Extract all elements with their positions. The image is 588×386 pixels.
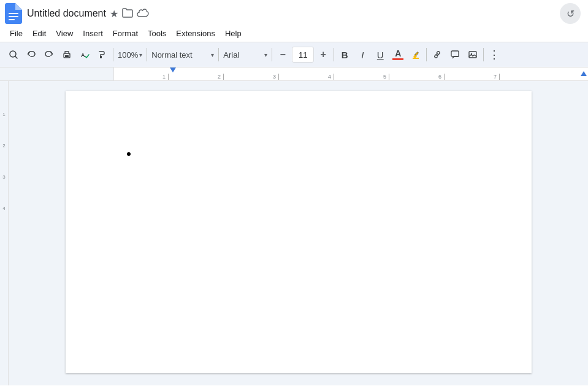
document-page[interactable] <box>66 91 532 373</box>
top-right-icons: ↺ <box>560 3 581 24</box>
font-size-decrease-button[interactable]: − <box>274 46 291 63</box>
svg-rect-9 <box>100 56 102 58</box>
svg-line-4 <box>15 56 18 59</box>
underline-button[interactable]: U <box>372 46 389 63</box>
left-ruler: 1 2 3 4 <box>0 81 9 385</box>
redo-button[interactable] <box>40 46 58 63</box>
bold-button[interactable]: B <box>336 46 353 63</box>
separator-1 <box>113 48 113 61</box>
ruler-marks: 1 2 3 4 5 6 7 <box>113 68 500 81</box>
v-ruler-mark-2: 2 <box>0 143 8 149</box>
toolbar: A 100% ▾ Normal text ▾ Arial ▾ − 11 + <box>0 42 588 68</box>
title-bar: Untitled document ★ ↺ <box>0 0 588 25</box>
separator-5 <box>334 48 334 61</box>
star-icon[interactable]: ★ <box>110 8 118 20</box>
menu-tools[interactable]: Tools <box>143 27 171 40</box>
gdocs-icon <box>5 3 22 24</box>
svg-point-7 <box>69 54 69 55</box>
italic-button[interactable]: I <box>354 46 371 63</box>
menu-extensions[interactable]: Extensions <box>171 27 220 40</box>
svg-rect-2 <box>9 19 15 20</box>
zoom-label: 100% <box>118 50 138 60</box>
paint-format-button[interactable] <box>94 46 111 63</box>
undo-button[interactable] <box>23 46 40 63</box>
reload-button[interactable]: ↺ <box>560 3 581 24</box>
page-scroll-area[interactable] <box>9 81 588 385</box>
font-color-button[interactable]: A <box>389 46 407 63</box>
highlight-button[interactable] <box>407 46 424 63</box>
spellcheck-button[interactable]: A <box>76 46 93 63</box>
insert-image-button[interactable] <box>464 46 481 63</box>
paragraph-style-label: Normal text <box>151 50 192 60</box>
svg-rect-12 <box>469 52 476 58</box>
zoom-arrow: ▾ <box>139 52 142 58</box>
menu-bar: File Edit View Insert Format Tools Exten… <box>0 25 588 42</box>
folder-icon[interactable] <box>122 8 133 20</box>
svg-text:A: A <box>81 52 85 58</box>
title-area: Untitled document ★ <box>27 8 560 20</box>
zoom-dropdown[interactable]: 100% ▾ <box>115 46 145 63</box>
separator-4 <box>272 48 272 61</box>
font-size-input[interactable]: 11 <box>292 47 314 63</box>
font-dropdown[interactable]: Arial ▾ <box>221 46 270 63</box>
svg-rect-0 <box>9 13 18 14</box>
text-cursor-dot <box>127 152 131 156</box>
v-ruler-mark-3: 3 <box>0 174 8 180</box>
print-button[interactable] <box>58 46 75 63</box>
font-color-a-label: A <box>395 49 401 58</box>
document-area: 1 2 3 4 <box>0 81 588 385</box>
font-arrow: ▾ <box>264 52 267 58</box>
menu-edit[interactable]: Edit <box>28 27 51 40</box>
separator-2 <box>147 48 147 61</box>
svg-rect-11 <box>451 51 459 56</box>
menu-help[interactable]: Help <box>220 27 246 40</box>
separator-7 <box>483 48 484 61</box>
doc-title-row: Untitled document ★ <box>27 8 560 20</box>
menu-file[interactable]: File <box>5 27 28 40</box>
cloud-icon <box>137 9 149 19</box>
v-ruler-mark-1: 1 <box>0 112 8 117</box>
doc-title[interactable]: Untitled document <box>27 8 106 19</box>
font-size-increase-button[interactable]: + <box>315 46 332 63</box>
more-options-button[interactable]: ⋮ <box>486 46 503 63</box>
v-ruler-mark-4: 4 <box>0 206 8 211</box>
separator-6 <box>426 48 427 61</box>
menu-view[interactable]: View <box>51 27 78 40</box>
font-label: Arial <box>223 50 239 60</box>
font-color-bar <box>392 58 403 60</box>
search-button[interactable] <box>5 46 22 63</box>
paragraph-style-arrow: ▾ <box>211 52 214 58</box>
insert-comment-button[interactable] <box>446 46 464 63</box>
svg-rect-6 <box>65 55 69 57</box>
menu-insert[interactable]: Insert <box>78 27 108 40</box>
insert-link-button[interactable] <box>429 46 446 63</box>
svg-rect-1 <box>9 16 18 17</box>
paragraph-style-dropdown[interactable]: Normal text ▾ <box>149 46 216 63</box>
ruler: 1 2 3 4 5 6 7 <box>0 68 588 81</box>
separator-3 <box>218 48 219 61</box>
menu-format[interactable]: Format <box>108 27 143 40</box>
right-indent-marker[interactable] <box>581 71 587 76</box>
